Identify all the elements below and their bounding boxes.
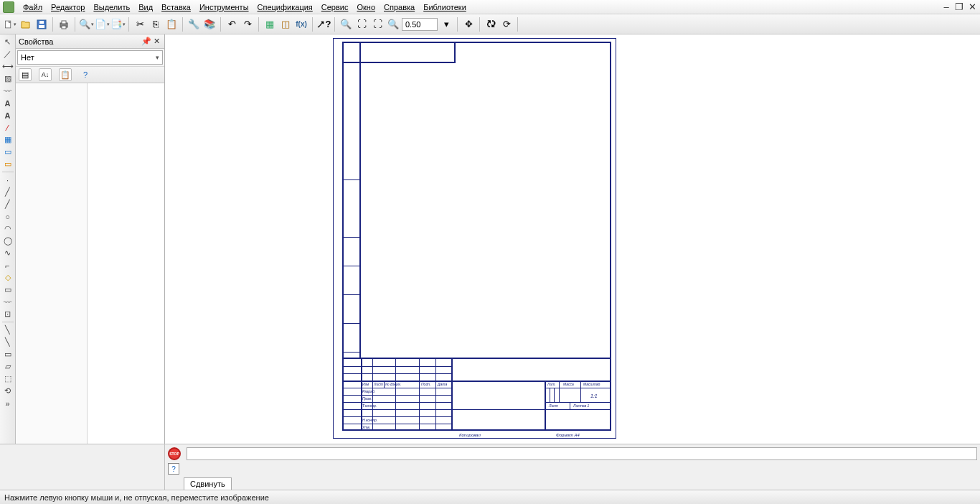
pin-icon[interactable]: 📌 — [141, 37, 151, 47]
app-icon — [3, 1, 14, 13]
undo-button[interactable]: ↶ — [225, 17, 239, 32]
tool-assembly[interactable]: ⊡ — [1, 308, 14, 320]
new-button[interactable] — [3, 17, 17, 32]
tool-rectangle[interactable]: ▭ — [1, 284, 14, 296]
properties-panel: Свойства 📌 ✕ Нет ▤ A↓ 📋 ? — [16, 34, 165, 444]
properties-title: Свойства — [19, 37, 141, 46]
tool-contour[interactable]: ◇ — [1, 271, 14, 284]
tool-arc[interactable]: ◠ — [1, 223, 14, 235]
open-button[interactable] — [19, 17, 33, 32]
grid-button[interactable]: ▦ — [263, 17, 277, 32]
tool-bezier[interactable]: ∿ — [1, 247, 14, 259]
svg-rect-3 — [39, 21, 44, 24]
doc-layers-button[interactable]: 📑 — [110, 17, 125, 32]
menu-spec[interactable]: Спецификация — [253, 1, 317, 13]
status-bar: Нажмите левую кнопку мыши и, не отпуская… — [0, 490, 980, 504]
zoom-in-button[interactable]: 🔍 — [339, 17, 353, 32]
tool-equidistant[interactable]: 〰 — [1, 296, 14, 308]
status-text: Нажмите левую кнопку мыши и, не отпуская… — [4, 493, 269, 502]
layers-button[interactable]: ◫ — [278, 17, 293, 32]
properties-button[interactable]: 🔧 — [187, 17, 201, 32]
prop-btn-2[interactable]: A↓ — [39, 68, 52, 81]
refresh-button[interactable]: 🗘 — [484, 17, 498, 32]
zoom-drop-button[interactable]: ▾ — [439, 17, 453, 32]
prop-btn-help[interactable]: ? — [79, 68, 92, 81]
left-toolbar: ↖ ／ ⟷ ▨ 〰 А А ⁄ ▦ ▭ ▭ · ╱ ╱ ○ ◠ ◯ ∿ ⌐ ◇ … — [0, 34, 16, 444]
tool-trim[interactable]: ╲ — [1, 324, 14, 336]
properties-body — [16, 83, 164, 444]
print-button[interactable] — [57, 17, 71, 32]
menu-window[interactable]: Окно — [352, 1, 380, 13]
menu-libs[interactable]: Библиотеки — [419, 1, 471, 13]
tool-rotate[interactable]: ⟲ — [1, 385, 14, 397]
copy-button[interactable]: ⎘ — [149, 17, 163, 32]
redo-button[interactable]: ↷ — [240, 17, 255, 32]
tool-hatch[interactable]: ▨ — [1, 73, 14, 85]
tool-dimension[interactable]: ⟷ — [1, 60, 14, 73]
tool-auxline[interactable]: ╱ — [1, 198, 14, 210]
minimize-icon[interactable]: – — [941, 1, 951, 11]
tool-style-red[interactable]: ⁄ — [1, 121, 14, 134]
panel-close-icon[interactable]: ✕ — [151, 37, 161, 47]
menu-insert[interactable]: Вставка — [157, 1, 195, 13]
tool-scale[interactable]: ⬚ — [1, 373, 14, 385]
menu-help[interactable]: Справка — [380, 1, 419, 13]
preview-button[interactable]: 🔍 — [79, 17, 93, 32]
zoom-fit-button[interactable]: ⛶ — [370, 17, 385, 32]
variables-button[interactable]: f(x) — [294, 17, 308, 32]
zoom-input[interactable]: 0.50 — [402, 18, 438, 31]
bottom-left-spacer — [0, 444, 165, 490]
doc-props-button[interactable]: 📄 — [95, 17, 109, 32]
title-block: Изм Лист № докум. Подп. Дата Разраб. Про… — [344, 358, 610, 429]
tool-text[interactable]: А — [1, 97, 14, 109]
tool-line[interactable]: ／ — [1, 48, 14, 60]
close-icon[interactable]: ✕ — [967, 1, 977, 11]
prop-btn-1[interactable]: ▤ — [19, 68, 32, 81]
tool-break[interactable]: ▭ — [1, 348, 14, 360]
tool-text2[interactable]: А — [1, 109, 14, 121]
menu-select[interactable]: Выделить — [89, 1, 134, 13]
stop-button[interactable]: STOP — [168, 447, 181, 460]
zoom-all-button[interactable]: 🔍 — [386, 17, 400, 32]
menu-service[interactable]: Сервис — [317, 1, 353, 13]
properties-select[interactable]: Нет — [17, 50, 163, 65]
restore-icon[interactable]: ❐ — [954, 1, 964, 11]
svg-rect-2 — [39, 25, 44, 28]
tool-table[interactable]: ▦ — [1, 134, 14, 146]
save-button[interactable] — [34, 17, 49, 32]
menu-editor[interactable]: Редактор — [47, 1, 89, 13]
drawing-canvas[interactable]: Изм Лист № докум. Подп. Дата Разраб. Про… — [165, 34, 980, 444]
command-input[interactable] — [187, 447, 977, 460]
menu-view[interactable]: Вид — [134, 1, 157, 13]
help-pointer-button[interactable]: ⭧? — [316, 17, 331, 32]
tool-cursor[interactable]: ↖ — [1, 36, 14, 48]
command-tab[interactable]: Сдвинуть — [184, 477, 232, 490]
tool-mirror[interactable]: ▱ — [1, 360, 14, 373]
library-button[interactable]: 📚 — [202, 17, 217, 32]
tool-ellipse[interactable]: ◯ — [1, 235, 14, 247]
prop-btn-3[interactable]: 📋 — [59, 68, 72, 81]
svg-rect-6 — [62, 26, 66, 29]
footer-format: Формат А4 — [556, 433, 580, 437]
tool-rect-blue[interactable]: ▭ — [1, 146, 14, 158]
command-help-button[interactable]: ? — [168, 463, 179, 475]
tool-rect-orange[interactable]: ▭ — [1, 158, 14, 170]
menu-tools[interactable]: Инструменты — [195, 1, 253, 13]
zoom-window-button[interactable]: ⛶ — [354, 17, 369, 32]
tool-spline[interactable]: 〰 — [1, 85, 14, 97]
footer-copy: Копировал — [459, 433, 481, 437]
tool-point[interactable]: · — [1, 174, 14, 186]
cut-button[interactable]: ✂ — [133, 17, 147, 32]
paste-button[interactable]: 📋 — [164, 17, 179, 32]
menu-file[interactable]: Файл — [19, 1, 47, 13]
tool-fillet[interactable]: ⌐ — [1, 259, 14, 271]
rebuild-button[interactable]: ⟳ — [499, 17, 514, 32]
svg-rect-5 — [62, 21, 66, 24]
drawing-sheet: Изм Лист № докум. Подп. Дата Разраб. Про… — [333, 38, 616, 439]
tool-circle[interactable]: ○ — [1, 210, 14, 223]
tool-more[interactable]: » — [1, 397, 14, 409]
drawing-frame: Изм Лист № докум. Подп. Дата Разраб. Про… — [342, 42, 611, 431]
pan-button[interactable]: ✥ — [461, 17, 476, 32]
tool-extend[interactable]: ╲ — [1, 336, 14, 348]
tool-segment[interactable]: ╱ — [1, 186, 14, 198]
